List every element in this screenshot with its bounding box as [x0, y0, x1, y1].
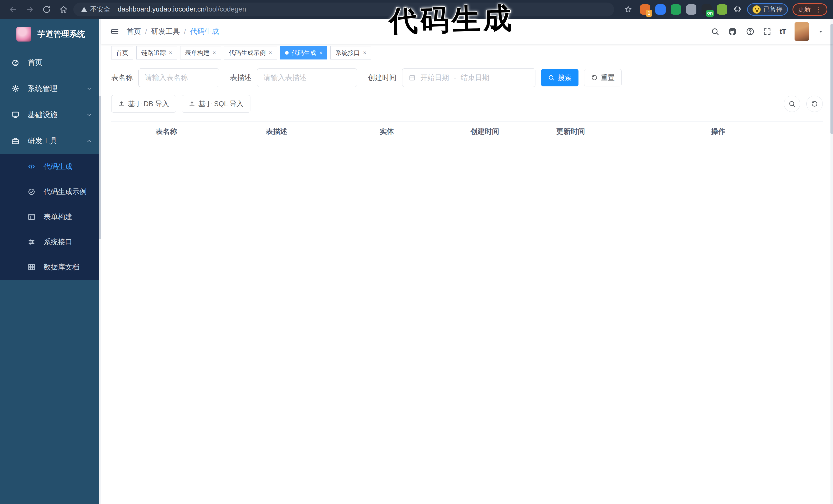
chrome-update-chip[interactable]: 更新 ⋮	[792, 3, 827, 16]
extension-1-icon[interactable]: 1	[640, 4, 650, 15]
sidebar: 芋道管理系统 首页系统管理基础设施研发工具代码生成代码生成示例表单构建系统接口数…	[0, 19, 101, 504]
refresh-table-button[interactable]	[806, 96, 823, 112]
browser-forward-icon[interactable]	[23, 2, 37, 17]
table-desc-label: 表描述	[230, 73, 252, 82]
chevron-down-icon	[86, 86, 92, 92]
column-header: 创建时间	[442, 121, 528, 142]
toolbox-icon	[11, 137, 20, 145]
chevron-down-icon	[86, 112, 92, 118]
tab-codegen[interactable]: 代码生成×	[280, 46, 328, 59]
sidebar-item-home[interactable]: 首页	[0, 49, 101, 76]
table-name-input[interactable]: 请输入表名称	[138, 68, 219, 87]
code-icon	[28, 163, 35, 170]
github-icon[interactable]	[728, 27, 737, 36]
app-logo-row[interactable]: 芋道管理系统	[0, 19, 101, 49]
bookmark-star-icon[interactable]	[621, 2, 635, 17]
tab-label: 代码生成示例	[229, 49, 266, 57]
gear-icon	[11, 85, 20, 93]
tab-home[interactable]: 首页	[111, 46, 133, 59]
start-date-placeholder: 开始日期	[420, 73, 449, 82]
column-header: 更新时间	[528, 121, 614, 142]
sidebar-item-label: 表单构建	[44, 212, 92, 222]
kebab-menu-icon[interactable]: ⋮	[815, 6, 822, 13]
sidebar-item-codegen-example[interactable]: 代码生成示例	[0, 179, 101, 204]
chevron-up-icon	[86, 138, 92, 144]
tab-label: 代码生成	[292, 49, 316, 57]
chevron-down-icon[interactable]	[818, 28, 824, 34]
avatar[interactable]	[794, 22, 809, 41]
search-form: 表名称 请输入表名称 表描述 请输入表描述 创建时间 开始日期 - 结束日期 搜…	[111, 68, 823, 87]
extension-7-icon[interactable]	[732, 4, 742, 15]
security-warning[interactable]: 不安全	[80, 5, 110, 14]
sidebar-item-infrastructure[interactable]: 基础设施	[0, 102, 101, 128]
sidebar-item-label: 研发工具	[28, 136, 78, 146]
sidebar-item-form-builder[interactable]: 表单构建	[0, 204, 101, 230]
extension-icons: 1on	[640, 4, 742, 15]
tab-codegen-example[interactable]: 代码生成示例×	[224, 46, 277, 59]
tab-system-api[interactable]: 系统接口×	[330, 46, 371, 59]
create-time-label: 创建时间	[368, 73, 397, 82]
extension-5-icon[interactable]: on	[701, 4, 712, 15]
logo-image	[17, 27, 31, 42]
tab-label: 表单构建	[185, 49, 210, 57]
hamburger-icon[interactable]	[110, 27, 119, 36]
tab-tracer[interactable]: 链路追踪×	[136, 46, 177, 59]
sidebar-item-system-api[interactable]: 系统接口	[0, 230, 101, 255]
monitor-icon	[11, 111, 20, 119]
sidebar-item-db-doc[interactable]: 数据库文档	[0, 255, 101, 280]
page-scrollbar[interactable]	[830, 19, 833, 504]
pagination	[111, 142, 823, 149]
codegen-table: 表名称表描述实体创建时间更新时间操作	[111, 121, 823, 142]
reset-button[interactable]: 重置	[584, 69, 622, 87]
browser-right-cluster: 1on 已暂停 更新 ⋮	[621, 2, 827, 17]
sidebar-item-system-management[interactable]: 系统管理	[0, 76, 101, 102]
sidebar-item-label: 基础设施	[28, 110, 78, 120]
profile-paused-chip[interactable]: 已暂停	[747, 3, 788, 16]
column-header: 表描述	[221, 121, 332, 142]
extension-3-icon[interactable]	[671, 4, 681, 15]
close-tab-icon[interactable]: ×	[269, 49, 272, 56]
sidebar-item-dev-tools[interactable]: 研发工具	[0, 128, 101, 154]
extension-6-icon[interactable]	[717, 4, 727, 15]
page-url[interactable]: dashboard.yudao.iocoder.cn/tool/codegen	[118, 5, 246, 13]
address-bar[interactable]: 不安全 dashboard.yudao.iocoder.cn/tool/code…	[73, 3, 614, 17]
close-tab-icon[interactable]: ×	[319, 49, 323, 56]
browser-reload-icon[interactable]	[40, 2, 54, 17]
toggle-search-button[interactable]	[784, 96, 800, 112]
close-tab-icon[interactable]: ×	[169, 49, 172, 56]
browser-home-icon[interactable]	[56, 2, 71, 17]
sidebar-item-codegen[interactable]: 代码生成	[0, 154, 101, 179]
import-db-button[interactable]: 基于 DB 导入	[111, 95, 176, 113]
app-title: 芋道管理系统	[38, 29, 85, 40]
extension-2-icon[interactable]	[656, 4, 666, 15]
upload-icon	[189, 100, 195, 107]
extension-4-icon[interactable]	[686, 4, 696, 15]
column-header: 表名称	[111, 121, 221, 142]
font-size-icon[interactable]: tT	[780, 27, 786, 36]
sidebar-item-label: 数据库文档	[44, 262, 92, 272]
close-tab-icon[interactable]: ×	[363, 49, 366, 56]
sidebar-item-label: 系统接口	[44, 237, 92, 247]
breadcrumb-item: 代码生成	[190, 27, 219, 37]
date-range-picker[interactable]: 开始日期 - 结束日期	[402, 68, 536, 87]
extension-badge: 1	[646, 10, 652, 17]
form-icon	[28, 213, 35, 221]
upload-icon	[118, 100, 125, 107]
puzzle-icon	[733, 5, 741, 14]
tab-label: 系统接口	[335, 49, 360, 57]
import-sql-button[interactable]: 基于 SQL 导入	[182, 95, 251, 113]
browser-back-icon[interactable]	[6, 2, 20, 17]
table-desc-input[interactable]: 请输入表描述	[257, 68, 357, 87]
help-icon[interactable]	[746, 27, 755, 36]
breadcrumb-item[interactable]: 首页	[127, 27, 141, 37]
search-button[interactable]: 搜索	[541, 69, 578, 87]
close-tab-icon[interactable]: ×	[213, 49, 216, 56]
sidebar-menu: 首页系统管理基础设施研发工具代码生成代码生成示例表单构建系统接口数据库文档	[0, 49, 101, 504]
end-date-placeholder: 结束日期	[460, 73, 489, 82]
column-header: 实体	[332, 121, 442, 142]
tab-form-builder[interactable]: 表单构建×	[180, 46, 221, 59]
fullscreen-icon[interactable]	[763, 28, 771, 35]
sidebar-scrollbar[interactable]	[99, 19, 101, 504]
search-icon[interactable]	[711, 27, 719, 35]
breadcrumb-item[interactable]: 研发工具	[151, 27, 180, 37]
